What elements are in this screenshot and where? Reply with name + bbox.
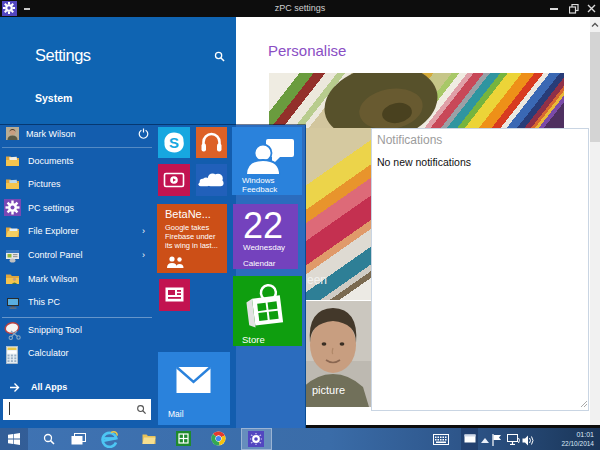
svg-text:S: S: [169, 134, 179, 151]
svg-text:picture: picture: [312, 384, 345, 396]
